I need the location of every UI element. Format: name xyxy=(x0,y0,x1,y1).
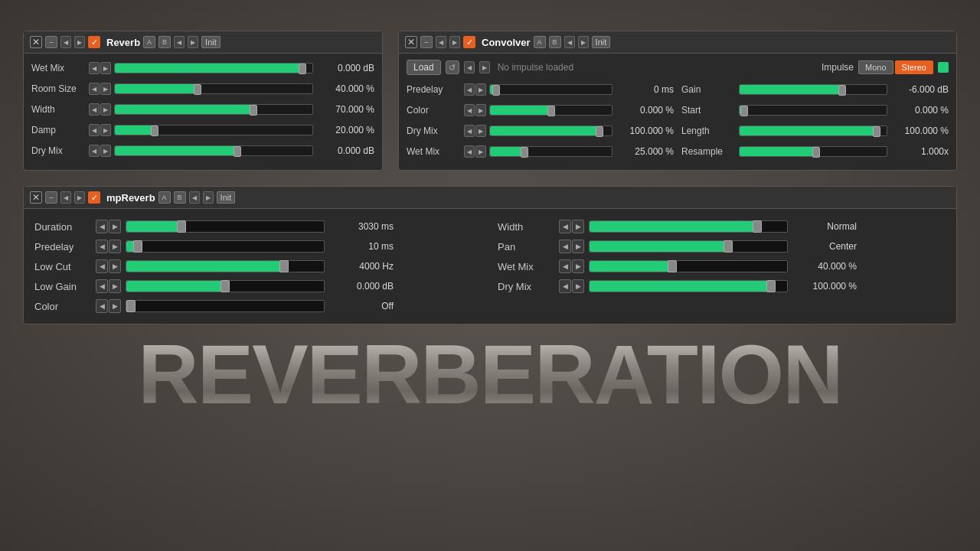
reverb-prev-btn[interactable]: ◀ xyxy=(60,36,71,48)
convolver-wetmix-inc[interactable]: ▶ xyxy=(475,145,486,158)
mpreverb-pan-inc[interactable]: ▶ xyxy=(572,240,584,253)
mpreverb-b-btn[interactable]: B xyxy=(174,191,186,204)
mpreverb-preset-next[interactable]: ▶ xyxy=(203,191,214,204)
reverb-roomsize-dec[interactable]: ◀ xyxy=(89,83,100,95)
mpreverb-prev-btn[interactable]: ◀ xyxy=(60,191,71,204)
mpreverb-predelay-inc[interactable]: ▶ xyxy=(109,240,121,253)
convolver-preset-prev[interactable]: ◀ xyxy=(564,36,575,48)
mpreverb-wetmix-dec[interactable]: ◀ xyxy=(559,259,571,273)
reverb-damp-dec[interactable]: ◀ xyxy=(89,124,100,136)
mpreverb-width-inc[interactable]: ▶ xyxy=(572,220,584,233)
reverb-wetmix-inc[interactable]: ▶ xyxy=(100,62,111,74)
convolver-mono-btn[interactable]: Mono xyxy=(858,60,893,74)
convolver-reload-btn[interactable]: ↺ xyxy=(446,60,459,74)
reverb-roomsize-inc[interactable]: ▶ xyxy=(100,83,111,95)
mpreverb-next-btn[interactable]: ▶ xyxy=(74,191,85,204)
convolver-load-btn[interactable]: Load xyxy=(407,60,441,75)
mpreverb-init-btn[interactable]: Init xyxy=(217,191,236,204)
convolver-drymix-inc[interactable]: ▶ xyxy=(475,125,486,137)
convolver-preset-next[interactable]: ▶ xyxy=(578,36,589,48)
convolver-color-row: Color ◀ ▶ 0.000 % xyxy=(407,102,674,119)
convolver-a-btn[interactable]: A xyxy=(534,36,546,48)
mpreverb-color-dec[interactable]: ◀ xyxy=(96,299,108,313)
mpreverb-predelay-dec[interactable]: ◀ xyxy=(96,240,108,253)
mpreverb-drymix-inc[interactable]: ▶ xyxy=(572,279,584,293)
reverb-a-btn[interactable]: A xyxy=(143,36,155,48)
convolver-color-slider[interactable] xyxy=(489,105,612,116)
convolver-close-btn[interactable]: ✕ xyxy=(405,36,417,48)
convolver-predelay-slider[interactable] xyxy=(489,84,612,95)
reverb-close-btn[interactable]: ✕ xyxy=(30,36,42,48)
convolver-drymix-dec[interactable]: ◀ xyxy=(464,125,475,137)
convolver-color-inc[interactable]: ▶ xyxy=(475,104,486,116)
convolver-start-slider[interactable] xyxy=(739,105,887,116)
mpreverb-lowcut-inc[interactable]: ▶ xyxy=(109,259,121,273)
convolver-impulse-next[interactable]: ▶ xyxy=(479,61,490,73)
convolver-init-btn[interactable]: Init xyxy=(592,36,611,48)
convolver-enable-btn[interactable]: ✓ xyxy=(463,36,475,48)
convolver-color-dec[interactable]: ◀ xyxy=(464,104,475,116)
mpreverb-color-slider[interactable] xyxy=(126,300,325,312)
reverb-b-btn[interactable]: B xyxy=(158,36,171,48)
reverb-enable-btn[interactable]: ✓ xyxy=(88,36,100,48)
mpreverb-color-inc[interactable]: ▶ xyxy=(109,299,121,313)
mpreverb-wetmix-inc[interactable]: ▶ xyxy=(572,259,584,273)
reverb-width-inc[interactable]: ▶ xyxy=(100,103,111,116)
reverb-next-btn[interactable]: ▶ xyxy=(74,36,85,48)
convolver-wetmix-dec[interactable]: ◀ xyxy=(464,145,475,158)
mpreverb-drymix-slider[interactable] xyxy=(589,280,788,292)
convolver-impulse-prev[interactable]: ◀ xyxy=(464,61,475,73)
convolver-wetmix-slider[interactable] xyxy=(489,146,612,157)
reverb-init-btn[interactable]: Init xyxy=(201,36,220,48)
mpreverb-lowcut-slider[interactable] xyxy=(126,260,325,272)
reverb-wetmix-dec[interactable]: ◀ xyxy=(89,62,100,74)
mpreverb-wetmix-slider[interactable] xyxy=(589,260,788,272)
convolver-next-btn[interactable]: ▶ xyxy=(449,36,460,48)
mpreverb-width-dec[interactable]: ◀ xyxy=(559,220,571,233)
reverb-damp-slider[interactable] xyxy=(114,125,313,135)
mpreverb-close-btn[interactable]: ✕ xyxy=(30,191,42,204)
mpreverb-lowgain-inc[interactable]: ▶ xyxy=(109,279,121,293)
mpreverb-minimize-btn[interactable]: – xyxy=(45,191,57,204)
reverb-width-slider[interactable] xyxy=(114,104,313,115)
reverb-drymix-inc[interactable]: ▶ xyxy=(100,145,111,157)
convolver-predelay-dec[interactable]: ◀ xyxy=(464,83,475,96)
reverb-damp-inc[interactable]: ▶ xyxy=(100,124,111,136)
convolver-minimize-btn[interactable]: – xyxy=(420,36,433,48)
convolver-length-slider[interactable] xyxy=(739,126,887,136)
mpreverb-width-slider[interactable] xyxy=(589,220,788,233)
convolver-resample-slider[interactable] xyxy=(739,146,887,157)
convolver-predelay-inc[interactable]: ▶ xyxy=(475,83,486,96)
mpreverb-lowgain-slider[interactable] xyxy=(126,280,325,292)
mpreverb-lowcut-dec[interactable]: ◀ xyxy=(96,259,108,273)
reverb-preset-prev[interactable]: ◀ xyxy=(174,36,185,48)
reverb-drymix-dec[interactable]: ◀ xyxy=(89,145,100,157)
convolver-length-value: 100.000 % xyxy=(887,126,949,136)
convolver-b-btn[interactable]: B xyxy=(549,36,561,48)
convolver-drymix-slider[interactable] xyxy=(489,126,612,136)
convolver-mode-group: Mono Stereo xyxy=(858,60,949,74)
convolver-prev-btn[interactable]: ◀ xyxy=(436,36,446,48)
reverb-roomsize-slider[interactable] xyxy=(114,83,313,94)
mpreverb-duration-slider[interactable] xyxy=(126,220,325,233)
mpreverb-pan-dec[interactable]: ◀ xyxy=(559,240,571,253)
mpreverb-pan-slider[interactable] xyxy=(589,240,788,253)
reverb-roomsize-value: 40.000 % xyxy=(313,83,374,94)
reverb-wetmix-slider[interactable] xyxy=(114,63,313,73)
reverb-preset-next[interactable]: ▶ xyxy=(188,36,198,48)
mpreverb-predelay-slider[interactable] xyxy=(126,240,325,253)
mpreverb-duration-inc[interactable]: ▶ xyxy=(109,220,121,233)
mpreverb-duration-dec[interactable]: ◀ xyxy=(96,220,108,233)
mpreverb-lowgain-dec[interactable]: ◀ xyxy=(96,279,108,293)
convolver-gain-slider[interactable] xyxy=(739,84,887,95)
mpreverb-preset-prev[interactable]: ◀ xyxy=(189,191,200,204)
mpreverb-a-btn[interactable]: A xyxy=(158,191,171,204)
mpreverb-color-row: Color ◀ ▶ Off xyxy=(34,296,482,316)
mpreverb-title: mpReverb xyxy=(106,192,155,204)
reverb-width-dec[interactable]: ◀ xyxy=(89,103,100,116)
mpreverb-drymix-dec[interactable]: ◀ xyxy=(559,279,571,293)
reverb-minimize-btn[interactable]: – xyxy=(45,36,57,48)
convolver-stereo-btn[interactable]: Stereo xyxy=(895,60,933,74)
mpreverb-enable-btn[interactable]: ✓ xyxy=(88,191,100,204)
reverb-drymix-slider[interactable] xyxy=(114,145,313,156)
